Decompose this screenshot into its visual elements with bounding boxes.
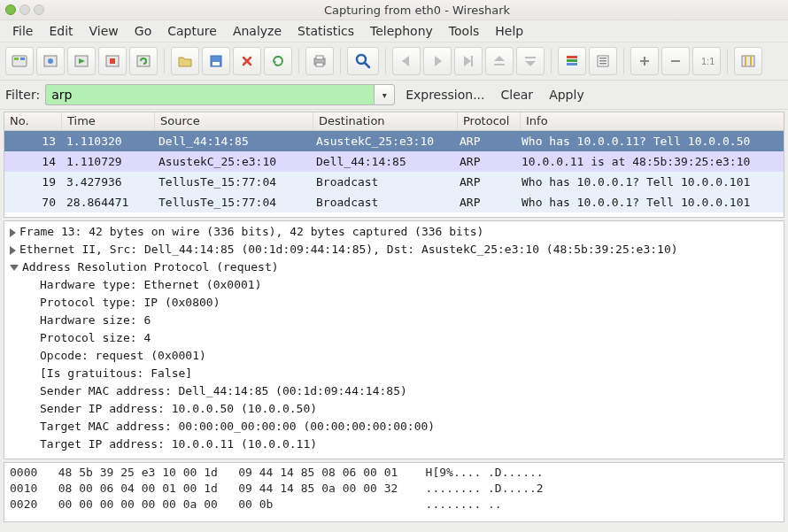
toolbar-separator (551, 49, 552, 73)
cell-src: TellusTe_15:77:04 (153, 172, 311, 192)
menu-statistics[interactable]: Statistics (290, 22, 361, 40)
cell-proto: ARP (454, 131, 516, 151)
resize-columns-icon[interactable] (734, 47, 762, 75)
menu-edit[interactable]: Edit (42, 22, 80, 40)
expand-icon[interactable] (10, 246, 16, 255)
svg-rect-26 (567, 56, 577, 58)
col-proto[interactable]: Protocol (458, 112, 521, 130)
menu-tools[interactable]: Tools (442, 22, 487, 40)
filter-combo: ▾ (45, 84, 395, 105)
close-icon[interactable] (233, 47, 261, 75)
toolbar-separator (727, 49, 728, 73)
svg-rect-27 (567, 59, 577, 62)
cell-no: 19 (4, 172, 61, 192)
packet-row[interactable]: 131.110320Dell_44:14:85AsustekC_25:e3:10… (4, 131, 784, 151)
go-last-icon[interactable] (516, 47, 545, 75)
detail-field[interactable]: [Is gratuitous: False] (8, 365, 780, 382)
restart-capture-icon[interactable] (129, 47, 158, 75)
collapse-icon[interactable] (10, 265, 19, 271)
svg-rect-23 (494, 64, 505, 66)
menu-analyze[interactable]: Analyze (226, 22, 289, 40)
zoom-reset-icon[interactable]: 1:1 (692, 47, 721, 75)
svg-line-17 (365, 63, 369, 67)
window-titlebar: Capturing from eth0 - Wireshark (0, 0, 788, 20)
menu-help[interactable]: Help (488, 22, 530, 40)
svg-marker-19 (435, 56, 442, 66)
detail-frame[interactable]: Frame 13: 42 bytes on wire (336 bits), 4… (8, 223, 780, 241)
go-first-icon[interactable] (485, 47, 514, 75)
col-time[interactable]: Time (62, 112, 155, 130)
detail-ethernet[interactable]: Ethernet II, Src: Dell_44:14:85 (00:1d:0… (8, 241, 780, 258)
cell-info: Who has 10.0.0.1? Tell 10.0.0.101 (516, 192, 784, 212)
svg-marker-18 (402, 56, 409, 66)
cell-dst: Dell_44:14:85 (311, 151, 454, 172)
detail-ethernet-text: Ethernet II, Src: Dell_44:14:85 (00:1d:0… (19, 243, 678, 256)
zoom-out-icon[interactable] (661, 47, 690, 75)
go-to-icon[interactable] (454, 47, 483, 75)
col-no[interactable]: No. (4, 112, 62, 130)
filter-label: Filter: (5, 88, 40, 102)
col-info[interactable]: Info (521, 112, 784, 130)
svg-marker-20 (464, 56, 471, 66)
packet-row[interactable]: 141.110729AsustekC_25:e3:10Dell_44:14:85… (4, 151, 784, 172)
expand-icon[interactable] (10, 228, 16, 237)
svg-rect-9 (137, 56, 150, 66)
start-capture-icon[interactable] (67, 47, 96, 75)
colorize-icon[interactable] (558, 47, 586, 75)
save-icon[interactable] (202, 47, 230, 75)
detail-field[interactable]: Hardware size: 6 (8, 312, 780, 329)
bytes-dump[interactable]: 0000 48 5b 39 25 e3 10 00 1d 09 44 14 85… (4, 463, 784, 514)
go-back-icon[interactable] (392, 47, 421, 75)
filter-apply-button[interactable]: Apply (544, 86, 590, 104)
reload-icon[interactable] (264, 47, 292, 75)
svg-rect-8 (110, 58, 115, 64)
filter-input[interactable] (45, 84, 374, 105)
print-icon[interactable] (305, 47, 334, 75)
menu-telephony[interactable]: Telephony (363, 22, 440, 40)
filter-clear-button[interactable]: Clear (496, 86, 539, 104)
filter-expression-button[interactable]: Expression... (400, 86, 490, 104)
packet-details-pane[interactable]: Frame 13: 42 bytes on wire (336 bits), 4… (4, 220, 784, 459)
packet-list-pane[interactable]: No. Time Source Destination Protocol Inf… (4, 112, 784, 218)
packet-bytes-pane[interactable]: 0000 48 5b 39 25 e3 10 00 1d 09 44 14 85… (4, 462, 784, 522)
go-forward-icon[interactable] (423, 47, 452, 75)
detail-field[interactable]: Target MAC address: 00:00:00_00:00:00 (0… (8, 418, 780, 436)
detail-field[interactable]: Protocol type: IP (0x0800) (8, 294, 780, 312)
auto-scroll-icon[interactable] (589, 47, 617, 75)
detail-field[interactable]: Target IP address: 10.0.0.11 (10.0.0.11) (8, 436, 780, 453)
col-src[interactable]: Source (155, 112, 313, 130)
menu-view[interactable]: View (82, 22, 126, 40)
detail-field[interactable]: Sender IP address: 10.0.0.50 (10.0.0.50) (8, 400, 780, 418)
zoom-in-icon[interactable] (630, 47, 659, 75)
packet-row[interactable]: 193.427936TellusTe_15:77:04BroadcastARPW… (4, 172, 784, 192)
stop-capture-icon[interactable] (98, 47, 127, 75)
svg-rect-15 (316, 63, 323, 66)
svg-rect-30 (599, 58, 606, 59)
svg-rect-2 (20, 58, 25, 60)
capture-options-icon[interactable] (36, 47, 65, 75)
packet-list-header[interactable]: No. Time Source Destination Protocol Inf… (4, 112, 784, 131)
menu-capture[interactable]: Capture (160, 22, 224, 40)
packet-row[interactable]: 7028.864471TellusTe_15:77:04BroadcastARP… (4, 192, 784, 212)
toolbar-separator (385, 49, 386, 73)
filter-dropdown-icon[interactable]: ▾ (374, 84, 395, 105)
detail-field[interactable]: Opcode: request (0x0001) (8, 347, 780, 365)
open-icon[interactable] (171, 47, 199, 75)
menu-go[interactable]: Go (127, 22, 158, 40)
detail-field[interactable]: Hardware type: Ethernet (0x0001) (8, 276, 780, 294)
cell-no: 14 (4, 151, 61, 172)
svg-rect-28 (567, 63, 577, 66)
svg-rect-0 (12, 56, 27, 66)
col-dst[interactable]: Destination (313, 112, 458, 130)
find-icon[interactable] (347, 47, 379, 75)
toolbar-separator (164, 49, 165, 73)
interfaces-icon[interactable] (5, 47, 34, 75)
app-icon (5, 4, 16, 15)
detail-field[interactable]: Protocol size: 4 (8, 329, 780, 347)
cell-dst: Broadcast (311, 172, 454, 192)
svg-rect-32 (599, 63, 606, 65)
menu-file[interactable]: File (5, 22, 40, 40)
cell-time: 1.110729 (61, 151, 153, 172)
detail-field[interactable]: Sender MAC address: Dell_44:14:85 (00:1d… (8, 382, 780, 400)
detail-arp[interactable]: Address Resolution Protocol (request) (8, 258, 780, 276)
